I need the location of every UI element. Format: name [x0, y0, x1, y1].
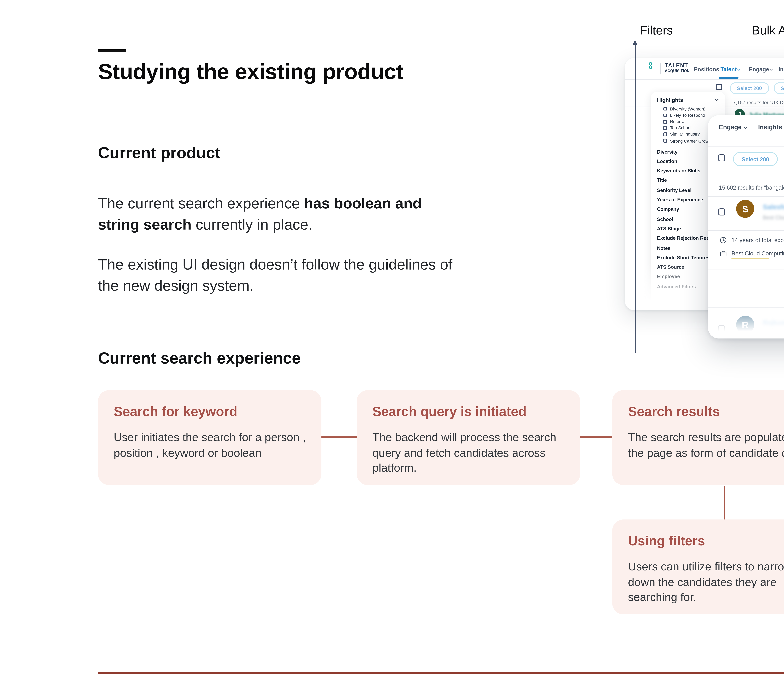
active-tab-underline: [719, 77, 738, 79]
select-200-button[interactable]: Select 200: [730, 82, 769, 94]
bottom-rule: [98, 672, 784, 674]
flow-box-title: Search for keyword: [114, 404, 306, 420]
chevron-down-icon: [769, 68, 773, 71]
flow-box-body: The backend will process the search quer…: [372, 430, 565, 476]
paragraph-ui-design: The existing UI design doesn’t follow th…: [98, 254, 466, 296]
sidebar-header: Highlights: [657, 97, 683, 103]
chevron-down-icon[interactable]: [714, 98, 719, 102]
annotation-line-filters: [635, 44, 636, 353]
header-divider: [708, 146, 784, 146]
results-count: 7,157 results for "UX Designer".: [733, 100, 784, 105]
results-count: 15,602 results for "bangalore".: [719, 184, 784, 191]
chevron-down-icon: [743, 126, 748, 129]
flow-box-title: Using filters: [628, 534, 784, 549]
nav-insights[interactable]: Insights: [779, 66, 784, 73]
flow-connector: [321, 436, 357, 438]
card-divider: [708, 230, 784, 231]
briefcase-icon: [720, 250, 727, 257]
flow-box-body: User initiates the search for a person ,…: [114, 430, 306, 461]
tab-insights[interactable]: Insights: [758, 124, 782, 131]
candidate-checkbox[interactable]: [718, 325, 725, 332]
share-button[interactable]: Share: [774, 82, 784, 94]
experience-text: 14 years of total experience: [731, 237, 784, 244]
checkbox[interactable]: [663, 139, 667, 143]
paragraph-text: The current search experience: [98, 195, 304, 212]
flow-connector: [580, 436, 612, 438]
product-window-zoomed: Engage Insights More Select 200 Share Co…: [708, 115, 784, 339]
list-divider: [708, 196, 784, 197]
tab-engage[interactable]: Engage: [719, 124, 748, 131]
section-heading-current-product: Current product: [98, 143, 220, 162]
checkbox[interactable]: [663, 120, 667, 123]
flow-box-body: The search results are populated in the …: [628, 430, 784, 461]
talent-logo-text: TALENT ACQUISITION: [665, 63, 690, 74]
card-divider: [708, 270, 784, 270]
clock-icon: [720, 237, 727, 244]
flow-box-body: Users can utilize filters to narrow down…: [628, 559, 784, 605]
candidate-checkbox[interactable]: [718, 209, 725, 215]
checkbox-item[interactable]: Diversity (Women): [663, 106, 719, 112]
candidate-subtitle: Best Cloud Computing Salesforce: [763, 215, 784, 220]
card-divider: [708, 307, 784, 308]
slide: Studying the existing product Current pr…: [0, 0, 784, 687]
nav-positions[interactable]: Positions: [694, 66, 719, 73]
flow-box-search-results: Search results The search results are po…: [612, 390, 784, 485]
logo-line2: ACQUISITION: [665, 68, 690, 74]
candidate-avatar: R: [736, 316, 754, 334]
decorative-dash: [98, 49, 126, 52]
flow-box-search-for-keyword: Search for keyword User initiates the se…: [98, 390, 321, 485]
paragraph-current-product: The current search experience has boolea…: [98, 193, 457, 235]
candidate-name-link[interactable]: Rajkumar Kannan: [763, 319, 784, 327]
paragraph-text: currently in place.: [192, 216, 313, 233]
candidate-name-link[interactable]: Salesforce Training Bang: [763, 203, 784, 211]
company-text: Best Cloud Computing Salesforce Train: [731, 250, 784, 257]
checkbox[interactable]: [663, 133, 667, 136]
flow-box-query-initiated: Search query is initiated The backend wi…: [357, 390, 580, 485]
bulk-actions-toolbar: Select 200 Share Contact: [733, 152, 784, 166]
talent-logo-icon: ∞: [643, 62, 657, 74]
header-divider: [625, 79, 784, 80]
logo-line1: TALENT: [665, 63, 690, 68]
flow-box-title: Search results: [628, 404, 784, 420]
annotation-bulk-actions: Bulk Actions: [752, 23, 784, 38]
nav-talent[interactable]: Talent: [720, 66, 741, 73]
annotation-filters: Filters: [640, 23, 673, 38]
checkbox[interactable]: [663, 126, 667, 130]
select-all-checkbox[interactable]: [716, 84, 722, 90]
checkbox[interactable]: [663, 113, 667, 117]
section-heading-search-experience: Current search experience: [98, 348, 301, 368]
select-all-checkbox[interactable]: [718, 154, 725, 161]
flow-box-title: Search query is initiated: [372, 404, 565, 420]
page-title: Studying the existing product: [98, 59, 403, 85]
checkbox-item[interactable]: Likely To Respond: [663, 112, 719, 118]
highlight-underline: [731, 258, 769, 259]
chevron-down-icon: [737, 68, 741, 71]
candidate-subtitle: Architect - Unified File Service for Pri…: [763, 332, 784, 337]
checkbox[interactable]: [663, 107, 667, 111]
flow-box-using-filters: Using filters Users can utilize filters …: [612, 519, 784, 614]
candidate-avatar: S: [736, 200, 754, 218]
bulk-actions-toolbar: Select 200 Share Contact ▼: [730, 82, 784, 94]
select-200-button[interactable]: Select 200: [733, 152, 778, 166]
logo-divider: [660, 63, 661, 74]
flow-connector: [724, 486, 725, 519]
nav-engage[interactable]: Engage: [749, 66, 773, 73]
